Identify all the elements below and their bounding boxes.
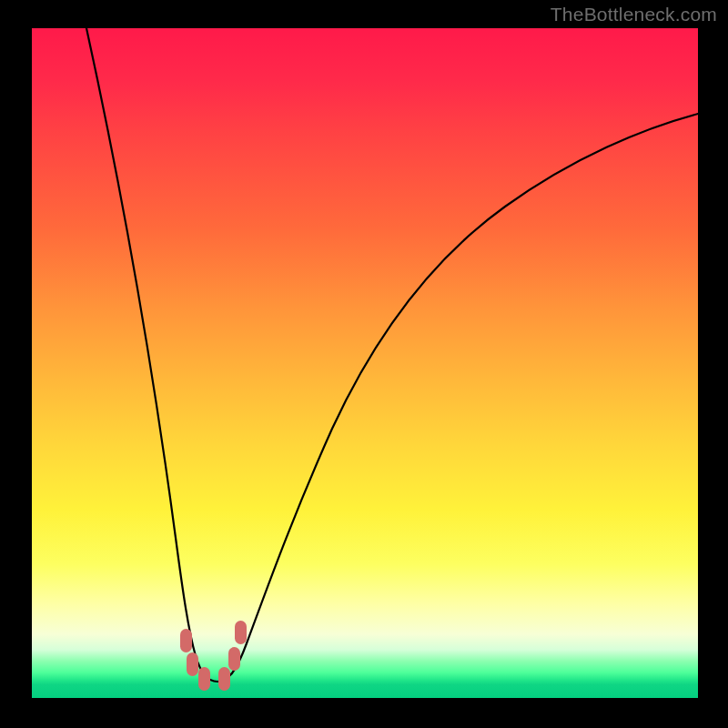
curve-marker bbox=[198, 667, 210, 691]
bottleneck-curve bbox=[32, 28, 698, 698]
plot-area bbox=[32, 28, 698, 698]
curve-marker bbox=[218, 667, 230, 691]
curve-marker bbox=[228, 647, 240, 671]
curve-path bbox=[86, 28, 698, 682]
chart-frame: TheBottleneck.com bbox=[0, 0, 728, 728]
watermark-text: TheBottleneck.com bbox=[551, 4, 717, 25]
curve-marker bbox=[187, 652, 198, 676]
curve-marker bbox=[235, 621, 247, 644]
curve-marker bbox=[180, 629, 192, 652]
